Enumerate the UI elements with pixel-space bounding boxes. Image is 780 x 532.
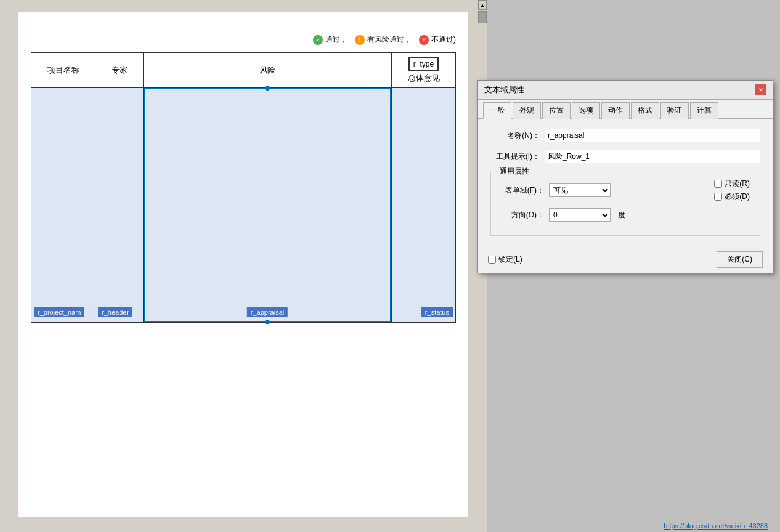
cell-expert: r_header [95,88,144,323]
degree-label: 度 [618,210,625,220]
col-header-risk: 风险 [144,53,392,88]
warn-label: 有风险通过， [367,34,412,45]
tab-appearance[interactable]: 外观 [513,102,541,119]
common-props-title: 通用属性 [497,166,532,177]
tab-format[interactable]: 格式 [631,102,659,119]
col-header-project: 项目名称 [31,53,95,88]
cell-opinion-content: r_status [392,88,455,322]
required-label: 必须(D) [725,191,750,202]
readonly-checkbox[interactable] [714,180,722,188]
r-type-box: r_type [408,57,439,71]
cell-risk-content[interactable]: r_appraisal [144,88,391,322]
table-row: r_project_nam r_header r [31,88,456,323]
tooltip-input[interactable] [545,150,760,163]
lock-checkbox[interactable] [488,256,496,264]
common-props-section: 通用属性 表单域(F)： 可见 隐藏 只读 只读(R) 必须(D) [490,171,760,236]
pass-icon: ✓ [313,35,323,45]
legend-row: ✓ 通过， ! 有风险通过， ✕ 不通过) [31,34,456,45]
form-field-select[interactable]: 可见 隐藏 只读 [549,183,611,197]
dialog-close-btn[interactable]: × [755,84,766,95]
r-project-label: r_project_nam [34,307,84,317]
tab-general[interactable]: 一般 [483,102,511,119]
tab-actions[interactable]: 动作 [601,102,630,119]
legend-pass: ✓ 通过， [313,34,347,45]
scroll-thumb[interactable] [478,11,487,23]
lock-label: 锁定(L) [498,254,522,265]
tab-options[interactable]: 选项 [572,102,600,119]
r-appraisal-label: r_appraisal [247,307,288,317]
tab-calculate[interactable]: 计算 [690,102,718,119]
required-checkbox[interactable] [714,193,722,201]
divider-line [31,25,456,25]
direction-select[interactable]: 0 90 180 270 [549,208,611,222]
col-header-expert: 专家 [95,53,144,88]
handle-top [265,86,270,91]
page-content: ✓ 通过， ! 有风险通过， ✕ 不通过) 项目名称 专家 风险 r_type [18,12,468,517]
r-header-label: r_header [98,307,132,317]
cell-expert-content: r_header [95,88,143,322]
required-row: 必须(D) [714,191,750,202]
tab-validate[interactable]: 验证 [660,102,689,119]
name-label: 名称(N)： [490,131,540,141]
tooltip-label: 工具提示(I)： [490,151,540,162]
tooltip-field-row: 工具提示(I)： [490,150,760,163]
url-bar: https://blog.csdn.net/weixin_43288 [664,522,768,530]
cell-project-content: r_project_nam [31,88,95,322]
text-field-properties-dialog: 文本域属性 × 一般 外观 位置 选项 动作 格式 验证 计算 名称(N)： 工… [477,80,773,273]
form-field-row: 表单域(F)： 可见 隐藏 只读 只读(R) 必须(D) [501,179,750,202]
name-input[interactable] [545,129,760,142]
pass-label: 通过， [325,34,347,45]
readonly-label: 只读(R) [725,179,750,189]
form-table: 项目名称 专家 风险 r_type 总体意见 r_project_nam [31,52,456,323]
close-dialog-button[interactable]: 关闭(C) [717,251,763,268]
legend-fail: ✕ 不通过) [419,34,456,45]
direction-label: 方向(O)： [501,210,544,220]
name-field-row: 名称(N)： [490,129,760,142]
dialog-tabs: 一般 外观 位置 选项 动作 格式 验证 计算 [478,100,773,119]
main-area: ✓ 通过， ! 有风险通过， ✕ 不通过) 项目名称 专家 风险 r_type [0,0,487,532]
cell-opinion: r_status [392,88,456,323]
dialog-titlebar: 文本域属性 × [478,81,773,100]
col-header-opinion: r_type 总体意见 [392,53,456,88]
legend-warn: ! 有风险通过， [355,34,412,45]
readonly-row: 只读(R) [714,179,750,189]
direction-row: 方向(O)： 0 90 180 270 度 [501,208,750,222]
dialog-body: 名称(N)： 工具提示(I)： 通用属性 表单域(F)： 可见 隐藏 只读 [478,119,773,246]
cell-risk[interactable]: r_appraisal [144,88,392,323]
dialog-footer: 锁定(L) 关闭(C) [478,246,773,273]
form-field-label: 表单域(F)： [501,185,544,196]
cell-project: r_project_nam [31,88,95,323]
warn-icon: ! [355,35,365,45]
col-header-opinion-label: 总体意见 [397,73,450,84]
tab-position[interactable]: 位置 [542,102,571,119]
fail-icon: ✕ [419,35,429,45]
lock-row: 锁定(L) [488,254,522,265]
r-status-label: r_status [421,307,453,317]
handle-bottom [265,320,270,324]
fail-label: 不通过) [431,34,456,45]
dialog-title: 文本域属性 [484,84,524,95]
scroll-up-btn[interactable]: ▲ [478,0,487,10]
